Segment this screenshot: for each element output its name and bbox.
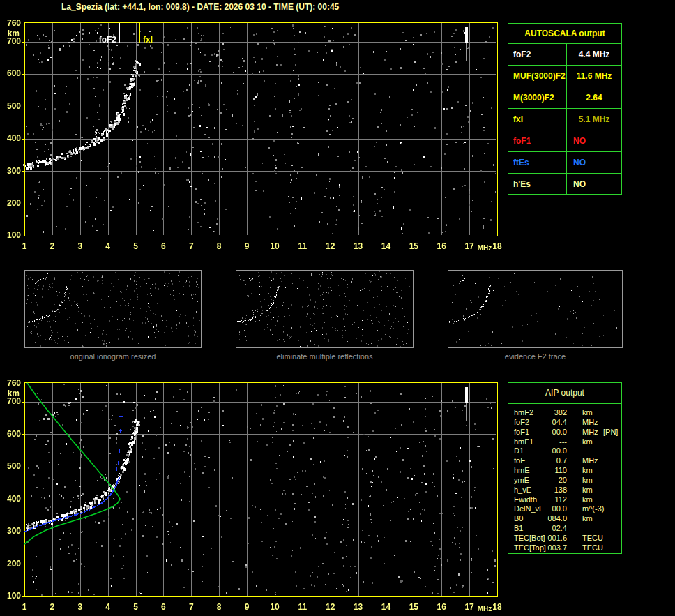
aip-row: foF204.4MHz — [508, 418, 621, 428]
top-ionogram-plot — [0, 14, 519, 257]
autoscala-param-value: 2.64 — [567, 93, 621, 103]
aip-unit: m^(-3) — [582, 504, 604, 514]
autoscala-param-value: 4.4 MHz — [567, 50, 621, 59]
aip-value: --- — [529, 437, 567, 447]
aip-row: D100.0 — [508, 446, 621, 456]
autoscala-row: ftEsNO — [508, 152, 621, 174]
aip-value: 00.0 — [529, 446, 567, 456]
autoscala-row: foF1NO — [508, 130, 621, 152]
thumbnail-eliminate-reflections — [236, 270, 414, 348]
aip-value: 0.7 — [529, 456, 567, 466]
aip-param: B1 — [514, 524, 523, 534]
autoscala-row: foF24.4 MHz — [508, 44, 621, 66]
bottom-ionogram-plot — [0, 377, 519, 616]
autoscala-param-value: NO — [567, 136, 621, 146]
aip-unit: TECU — [582, 543, 603, 553]
aip-row: hmE110km — [508, 466, 621, 476]
aip-table: hmF2382kmfoF204.4MHzfoF100.0MHz[PN]hmF1-… — [508, 404, 621, 553]
autoscala-param-label: MUF(3000)F2 — [508, 66, 567, 87]
aip-row: hmF2382km — [508, 408, 621, 418]
aip-row: foF100.0MHz[PN] — [508, 428, 621, 437]
aip-value: 001.6 — [529, 534, 567, 543]
autoscala-param-value: 11.6 MHz — [567, 71, 621, 81]
aip-unit: km — [582, 476, 593, 486]
aip-unit: TECU — [582, 534, 603, 543]
autoscala-param-value: NO — [567, 179, 621, 189]
autoscala-param-label: foF2 — [508, 44, 567, 65]
thumbnail-caption: evidence F2 trace — [448, 352, 623, 361]
aip-row: Ewidth112km — [508, 495, 621, 505]
thumbnail-caption: eliminate multiple reflections — [236, 352, 414, 361]
aip-output-panel: AIP output hmF2382kmfoF204.4MHzfoF100.0M… — [508, 382, 622, 554]
aip-value: 00.0 — [529, 428, 567, 437]
aip-value: 110 — [529, 466, 567, 476]
aip-param: D1 — [514, 446, 524, 456]
thumbnail-original-ionogram — [24, 270, 202, 348]
autoscala-output-panel: AUTOSCALA output foF24.4 MHzMUF(3000)F21… — [508, 23, 622, 195]
aip-value: 20 — [529, 476, 567, 486]
aip-param: foE — [514, 456, 526, 466]
aip-row: TEC[Top]003.7TECU — [508, 543, 621, 553]
aip-value: 00.0 — [529, 504, 567, 514]
autoscala-param-value: 5.1 MHz — [567, 114, 621, 124]
aip-param: hmE — [514, 466, 530, 476]
aip-row: B0084.0km — [508, 514, 621, 524]
aip-value: 04.4 — [529, 418, 567, 428]
aip-param: foF2 — [514, 418, 529, 428]
aip-row: foE0.7MHz — [508, 456, 621, 466]
autoscala-param-label: M(3000)F2 — [508, 87, 567, 108]
aip-value: 003.7 — [529, 543, 567, 553]
autoscala-row: M(3000)F22.64 — [508, 87, 621, 109]
autoscala-param-value: NO — [567, 158, 621, 167]
aip-unit: MHz — [582, 456, 598, 466]
aip-unit: km — [582, 514, 593, 524]
autoscala-row: MUF(3000)F211.6 MHz — [508, 66, 621, 87]
autoscala-param-label: foF1 — [508, 130, 567, 151]
autoscala-table: foF24.4 MHzMUF(3000)F211.6 MHzM(3000)F22… — [508, 44, 621, 195]
aip-unit: km — [582, 437, 593, 447]
aip-unit: km — [582, 495, 593, 505]
aip-unit: MHz — [582, 418, 598, 428]
autoscala-window: La_Spezia (lat: +44.1, lon: 009.8) - DAT… — [0, 0, 675, 616]
autoscala-param-label: fxI — [508, 109, 567, 130]
aip-value: 382 — [529, 408, 567, 418]
autoscala-row: h'EsNO — [508, 174, 621, 195]
autoscala-panel-title: AUTOSCALA output — [508, 24, 621, 44]
aip-value: 084.0 — [529, 514, 567, 524]
aip-value: 02.4 — [529, 524, 567, 534]
aip-panel-title: AIP output — [508, 383, 621, 404]
thumbnail-caption: original ionogram resized — [24, 352, 202, 361]
autoscala-row: fxI5.1 MHz — [508, 109, 621, 130]
aip-value: 112 — [529, 495, 567, 505]
aip-unit: MHz — [582, 428, 598, 437]
aip-row: h_vE138km — [508, 486, 621, 495]
autoscala-param-label: ftEs — [508, 152, 567, 173]
aip-row: DelN_vE00.0m^(-3) — [508, 504, 621, 514]
autoscala-param-label: h'Es — [508, 174, 567, 195]
thumbnail-evidence-f2-trace — [448, 270, 623, 348]
aip-param: ymE — [514, 476, 529, 486]
aip-unit: km — [582, 408, 593, 418]
aip-param: B0 — [514, 514, 523, 524]
aip-row: hmF1---km — [508, 437, 621, 447]
aip-note: [PN] — [603, 428, 618, 437]
aip-row: TEC[Bot]001.6TECU — [508, 534, 621, 543]
aip-param: foF1 — [514, 428, 529, 437]
aip-unit: km — [582, 486, 593, 495]
aip-row: B102.4 — [508, 524, 621, 534]
aip-value: 138 — [529, 486, 567, 495]
aip-unit: km — [582, 466, 593, 476]
aip-row: ymE20km — [508, 476, 621, 486]
station-date-title: La_Spezia (lat: +44.1, lon: 009.8) - DAT… — [61, 2, 339, 12]
